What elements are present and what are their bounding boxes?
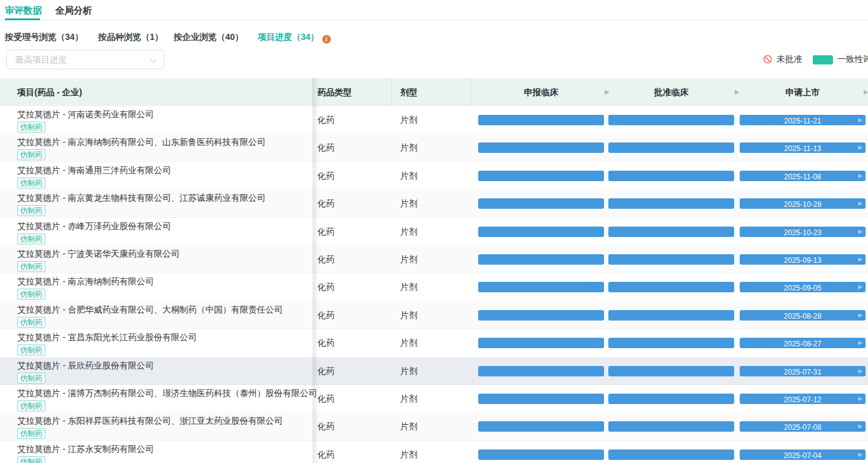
progress-bar-market-apply[interactable]: 2025-10-23 ▶ (740, 227, 866, 237)
project-name[interactable]: 艾拉莫德片 - 辰欣药业股份有限公司 (17, 360, 153, 372)
table-row[interactable]: 艾拉莫德片 - 海南通用三洋药业有限公司 仿制药 化药 片剂 2025-11-0… (0, 162, 868, 190)
generic-drug-tag: 仿制药 (17, 205, 45, 216)
table-row[interactable]: 艾拉莫德片 - 淄博万杰制药有限公司、璟济生物医药科技（泰州）股份有限公司 仿制… (0, 385, 868, 413)
header-drug-type: 药品类型 (317, 78, 352, 106)
prohibited-icon (763, 55, 772, 64)
progress-bar-clinical-approved[interactable] (608, 449, 734, 460)
progress-bar-clinical-apply[interactable] (478, 338, 604, 348)
tab-global-analysis[interactable]: 全局分析 (55, 5, 92, 17)
project-name[interactable]: 艾拉莫德片 - 合肥华威药业有限公司、大桐制药（中国）有限责任公司 (17, 305, 282, 316)
progress-bar-clinical-approved[interactable] (608, 421, 734, 432)
play-icon: ▶ (858, 310, 862, 321)
project-name[interactable]: 艾拉莫德片 - 宜昌东阳光长江药业股份有限公司 (17, 332, 196, 343)
progress-bar-clinical-apply[interactable] (478, 310, 604, 321)
project-name[interactable]: 艾拉莫德片 - 江苏永安制药有限公司 (17, 444, 153, 455)
progress-bar-clinical-approved[interactable] (608, 338, 734, 348)
progress-bar-clinical-approved[interactable] (608, 142, 734, 153)
progress-bar-market-apply[interactable]: 2025-07-04 ▶ (740, 449, 866, 460)
progress-bar-clinical-apply[interactable] (478, 282, 604, 292)
market-apply-date: 2025-09-05 (784, 283, 821, 294)
progress-bar-market-apply[interactable]: 2025-10-28 ▶ (740, 198, 866, 209)
progress-bar-market-apply[interactable]: 2025-08-28 ▶ (740, 310, 866, 321)
chevron-down-icon (150, 56, 157, 63)
dosage-form-cell: 片剂 (400, 246, 417, 273)
generic-drug-tag: 仿制药 (17, 149, 45, 160)
play-icon: ▶ (858, 449, 862, 460)
progress-bar-market-apply[interactable]: 2025-07-08 ▶ (740, 421, 866, 432)
table-row[interactable]: 艾拉莫德片 - 合肥华威药业有限公司、大桐制药（中国）有限责任公司 仿制药 化药… (0, 302, 868, 329)
progress-bar-market-apply[interactable]: 2025-11-08 ▶ (740, 171, 866, 181)
progress-bar-clinical-approved[interactable] (608, 115, 734, 125)
project-name[interactable]: 艾拉莫德片 - 东阳祥昇医药科技有限公司、浙江亚太药业股份有限公司 (17, 416, 282, 427)
tab-browse-by-company[interactable]: 按企业浏览（40） (174, 32, 244, 43)
table-row[interactable]: 艾拉莫德片 - 南京海纳制药有限公司、山东新鲁医药科技有限公司 仿制药 化药 片… (0, 134, 868, 161)
progress-bar-clinical-apply[interactable] (478, 171, 604, 181)
play-icon: ▶ (858, 282, 862, 292)
project-name[interactable]: 艾拉莫德片 - 赤峰万泽药业股份有限公司 (17, 221, 171, 232)
table-row[interactable]: 艾拉莫德片 - 河南诺美药业有限公司 仿制药 化药 片剂 2025-11-21 … (0, 106, 868, 134)
table-row[interactable]: 艾拉莫德片 - 宜昌东阳光长江药业股份有限公司 仿制药 化药 片剂 2025-0… (0, 329, 868, 357)
play-icon: ▶ (858, 254, 862, 265)
progress-bar-clinical-apply[interactable] (478, 227, 604, 237)
header-stage-clinical-approved: 批准临床 (608, 78, 734, 106)
progress-bar-clinical-apply[interactable] (478, 254, 604, 265)
dosage-form-cell: 片剂 (400, 162, 417, 190)
progress-bar-market-apply[interactable]: 2025-09-05 ▶ (740, 282, 866, 292)
progress-bar-clinical-approved[interactable] (608, 366, 734, 376)
progress-bar-clinical-apply[interactable] (478, 366, 604, 376)
max-progress-select[interactable]: 最高项目进度 (6, 50, 165, 69)
progress-bar-clinical-apply[interactable] (478, 449, 604, 460)
progress-bar-clinical-apply[interactable] (478, 142, 604, 153)
project-name[interactable]: 艾拉莫德片 - 南京海纳制药有限公司、山东新鲁医药科技有限公司 (17, 137, 265, 148)
project-name[interactable]: 艾拉莫德片 - 南京海纳制药有限公司 (17, 276, 153, 287)
progress-bar-clinical-approved[interactable] (608, 198, 734, 209)
project-name[interactable]: 艾拉莫德片 - 海南通用三洋药业有限公司 (17, 165, 171, 176)
tab-browse-by-variety[interactable]: 按品种浏览（1） (98, 32, 163, 43)
dosage-form-cell: 片剂 (400, 329, 417, 357)
drug-type-cell: 化药 (317, 218, 335, 246)
project-name[interactable]: 艾拉莫德片 - 南京黄龙生物科技有限公司、江苏诚康药业有限公司 (17, 193, 265, 204)
progress-bar-clinical-approved[interactable] (608, 282, 734, 292)
table-row[interactable]: 艾拉莫德片 - 南京黄龙生物科技有限公司、江苏诚康药业有限公司 仿制药 化药 片… (0, 190, 868, 217)
progress-bar-market-apply[interactable]: 2025-07-31 ▶ (740, 366, 866, 376)
table-row[interactable]: 艾拉莫德片 - 南京海纳制药有限公司 仿制药 化药 片剂 2025-09-05 … (0, 273, 868, 301)
dosage-form-cell: 片剂 (400, 441, 417, 463)
table-row[interactable]: 艾拉莫德片 - 宁波美诺华天康药业有限公司 仿制药 化药 片剂 2025-09-… (0, 246, 868, 273)
tab-project-progress-label: 项目进度（34） (258, 32, 319, 42)
progress-bar-clinical-apply[interactable] (478, 394, 604, 404)
progress-bar-clinical-apply[interactable] (478, 198, 604, 209)
table-row[interactable]: 艾拉莫德片 - 东阳祥昇医药科技有限公司、浙江亚太药业股份有限公司 仿制药 化药… (0, 413, 868, 440)
progress-bar-clinical-approved[interactable] (608, 394, 734, 404)
dosage-form-cell: 片剂 (400, 385, 417, 413)
table-row[interactable]: 艾拉莫德片 - 辰欣药业股份有限公司 仿制药 化药 片剂 2025-07-31 … (0, 357, 868, 385)
progress-bar-market-apply[interactable]: 2025-11-13 ▶ (740, 142, 866, 153)
progress-bar-market-apply[interactable]: 2025-09-13 ▶ (740, 254, 866, 265)
progress-bar-clinical-approved[interactable] (608, 310, 734, 321)
generic-drug-tag: 仿制药 (17, 177, 45, 189)
progress-bar-clinical-approved[interactable] (608, 227, 734, 237)
max-progress-select-placeholder: 最高项目进度 (15, 50, 67, 69)
table-row[interactable]: 艾拉莫德片 - 江苏永安制药有限公司 仿制药 化药 片剂 2025-07-04 … (0, 441, 868, 463)
progress-bar-clinical-approved[interactable] (608, 171, 734, 181)
tab-project-progress[interactable]: 项目进度（34）i (258, 32, 331, 44)
progress-bar-market-apply[interactable]: 2025-07-12 ▶ (740, 394, 866, 404)
project-name[interactable]: 艾拉莫德片 - 宁波美诺华天康药业有限公司 (17, 249, 179, 260)
play-icon: ▶ (858, 394, 862, 404)
progress-bar-clinical-approved[interactable] (608, 254, 734, 265)
tab-browse-by-acceptance-no[interactable]: 按受理号浏览（34） (5, 32, 83, 43)
info-icon[interactable]: i (322, 35, 331, 44)
market-apply-date: 2025-07-12 (784, 395, 821, 405)
progress-bar-market-apply[interactable]: 2025-11-21 ▶ (740, 115, 866, 125)
drug-type-cell: 化药 (317, 441, 335, 463)
project-name[interactable]: 艾拉莫德片 - 河南诺美药业有限公司 (17, 109, 153, 120)
progress-bar-market-apply[interactable]: 2025-08-27 ▶ (740, 338, 866, 348)
generic-drug-tag: 仿制药 (17, 344, 45, 356)
table-row[interactable]: 艾拉莫德片 - 赤峰万泽药业股份有限公司 仿制药 化药 片剂 2025-10-2… (0, 218, 868, 246)
tab-review-data[interactable]: 审评数据 (5, 5, 42, 17)
progress-bar-clinical-apply[interactable] (478, 421, 604, 432)
header-divider (391, 78, 392, 106)
play-icon: ▶ (858, 142, 862, 153)
progress-bar-clinical-apply[interactable] (478, 115, 604, 125)
drug-type-cell: 化药 (317, 134, 335, 161)
project-name[interactable]: 艾拉莫德片 - 淄博万杰制药有限公司、璟济生物医药科技（泰州）股份有限公司 (17, 388, 317, 399)
